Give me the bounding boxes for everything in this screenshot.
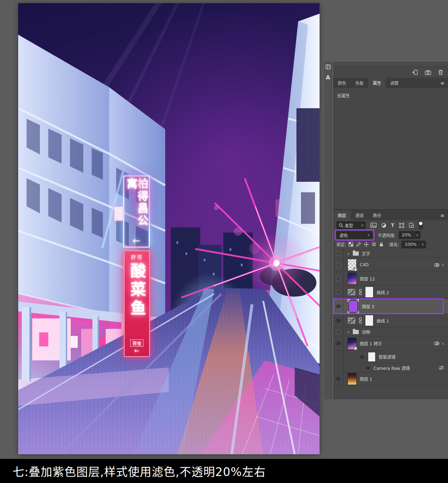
filter-settings-sliders-icon[interactable] xyxy=(439,366,444,370)
tab-layers[interactable]: 图层 xyxy=(333,210,351,220)
lock-transparent-icon[interactable] xyxy=(349,242,353,247)
layer-name: 图层 12 xyxy=(360,276,375,282)
layer-list: › 文字 C4D ∨ xyxy=(333,249,448,398)
filter-kind-label: 类型 xyxy=(345,222,353,228)
chevron-right-icon[interactable]: › xyxy=(348,330,350,334)
eye-icon[interactable] xyxy=(366,366,370,370)
lock-artboard-icon[interactable] xyxy=(372,242,376,247)
opacity-dropdown[interactable]: 20% ∨ xyxy=(399,231,420,239)
lock-position-icon[interactable] xyxy=(364,242,369,247)
layer-row[interactable]: 图层 1 xyxy=(333,373,448,385)
visibility-toggle[interactable] xyxy=(333,258,344,271)
selected-thumbnail-frame[interactable] xyxy=(348,299,359,313)
layer-thumbnail[interactable] xyxy=(348,338,357,350)
tab-paths[interactable]: 路径 xyxy=(368,210,386,220)
layers-panel-group: 图层 通道 路径 ≡ 类型 ∨ T xyxy=(333,210,448,398)
lock-all-icon[interactable] xyxy=(379,242,383,247)
filter-mask-thumbnail[interactable] xyxy=(368,352,376,362)
layer-thumbnail[interactable] xyxy=(348,272,357,284)
layer-row[interactable]: C4D ∨ xyxy=(333,258,448,272)
eye-icon[interactable] xyxy=(335,304,341,308)
visibility-toggle[interactable] xyxy=(333,249,344,258)
type-layer-filter-icon[interactable]: T xyxy=(391,222,394,228)
layer-row[interactable]: 曲线 2 xyxy=(333,285,448,299)
eye-icon[interactable] xyxy=(335,319,341,323)
visibility-toggle[interactable] xyxy=(333,272,344,285)
visibility-checkbox[interactable] xyxy=(336,263,341,267)
visibility-toggle[interactable] xyxy=(333,337,344,350)
fill-dropdown[interactable]: 100% ∨ xyxy=(401,241,426,248)
visibility-checkbox[interactable] xyxy=(336,290,341,295)
chevron-down-icon[interactable]: ∨ xyxy=(442,263,444,267)
visibility-toggle[interactable] xyxy=(333,327,344,336)
visibility-toggle[interactable] xyxy=(333,373,344,385)
smart-object-filter-icon[interactable] xyxy=(409,223,414,228)
pixel-layer-filter-icon[interactable] xyxy=(370,223,377,228)
visibility-checkbox[interactable] xyxy=(336,330,341,334)
snapshot-camera-icon[interactable] xyxy=(425,70,431,75)
advanced-blending-icon xyxy=(434,341,440,346)
eye-icon[interactable] xyxy=(335,377,341,381)
panel-menu-icon[interactable]: ≡ xyxy=(440,213,444,218)
curves-adjustment-icon[interactable] xyxy=(348,289,356,296)
layer-thumbnail[interactable] xyxy=(348,373,357,385)
smart-filter-entry-row[interactable]: Camera Raw 滤镜 xyxy=(333,363,448,373)
collapsed-panel-dock: A xyxy=(324,62,332,399)
filter-kind-dropdown[interactable]: 类型 ∨ xyxy=(336,221,366,229)
shape-layer-filter-icon[interactable] xyxy=(399,223,404,228)
tab-channels[interactable]: 通道 xyxy=(351,210,368,220)
layer-name: 图层 1 xyxy=(360,376,372,382)
mask-link-icon[interactable] xyxy=(359,289,362,295)
blend-mode-dropdown[interactable]: 滤色 ∨ xyxy=(336,231,373,239)
layer-row[interactable]: 图层 1 拷贝 ∧ xyxy=(333,337,448,351)
layer-name: 曲线 2 xyxy=(377,289,389,295)
document-canvas[interactable]: 柏得昌公寓 ← 胖哥 酸菜鱼 宵夜 ← xyxy=(18,3,320,454)
tab-adjustments[interactable]: 调整 xyxy=(386,78,403,88)
lock-pixels-icon[interactable] xyxy=(356,242,361,247)
properties-tab-bar: 颜色 色板 属性 调整 ≡ xyxy=(333,78,448,88)
layer-row[interactable]: 图层 12 xyxy=(333,272,448,285)
visibility-checkbox[interactable] xyxy=(336,251,341,256)
chevron-up-icon[interactable]: ∧ xyxy=(442,342,444,345)
layer-name: 文字 xyxy=(362,250,370,256)
layer-thumbnail[interactable] xyxy=(349,301,358,312)
visibility-checkbox[interactable] xyxy=(336,276,341,281)
red-sign-header-text: 胖哥 xyxy=(131,253,143,261)
layer-mask-thumbnail[interactable] xyxy=(365,287,373,298)
chevron-right-icon[interactable]: › xyxy=(348,251,350,256)
layer-row[interactable]: 曲线 1 xyxy=(333,314,448,327)
layer-row-selected[interactable]: 图层 3 xyxy=(333,299,448,314)
character-panel-icon[interactable]: A xyxy=(324,72,332,83)
layer-row-group[interactable]: › 动物 xyxy=(333,327,448,337)
new-document-from-state-icon[interactable] xyxy=(412,70,418,75)
history-actions-bar xyxy=(333,67,448,78)
visibility-toggle[interactable] xyxy=(333,314,344,327)
curves-adjustment-icon[interactable] xyxy=(348,317,356,324)
layer-name: 图层 1 拷贝 xyxy=(360,340,382,346)
visibility-toggle[interactable] xyxy=(333,299,344,313)
layer-filter-row: 类型 ∨ T xyxy=(333,220,448,230)
smart-filters-row[interactable]: 智能滤镜 xyxy=(333,351,448,363)
trash-icon[interactable] xyxy=(438,70,443,75)
folder-icon xyxy=(353,251,359,256)
panel-menu-icon[interactable]: ≡ xyxy=(440,80,444,86)
layer-row-group[interactable]: › 文字 xyxy=(333,249,448,258)
tab-swatches[interactable]: 色板 xyxy=(351,78,368,88)
panel-dock: 颜色 色板 属性 调整 ≡ 无属性 图层 通道 路径 ≡ 类型 ∨ xyxy=(333,62,448,399)
red-sign-footer-text: 宵夜 xyxy=(130,339,144,347)
collapsed-panel-icon[interactable] xyxy=(324,62,332,72)
chevron-down-icon: ∨ xyxy=(414,232,420,239)
layer-filter-toggle[interactable] xyxy=(419,221,423,229)
visibility-toggle[interactable] xyxy=(333,285,344,299)
eye-icon[interactable] xyxy=(335,341,341,345)
layer-mask-thumbnail[interactable] xyxy=(365,315,373,326)
mask-link-icon[interactable] xyxy=(359,317,362,324)
tab-color[interactable]: 颜色 xyxy=(333,78,351,88)
lock-label: 锁定: xyxy=(336,241,346,247)
caption-text: 七:叠加紫色图层,样式使用滤色,不透明20%左右 xyxy=(0,463,266,479)
chevron-down-icon: ∨ xyxy=(367,233,370,237)
layer-thumbnail[interactable] xyxy=(348,259,357,271)
adjustment-layer-filter-icon[interactable] xyxy=(381,223,386,228)
eye-icon[interactable] xyxy=(359,355,365,359)
tab-properties[interactable]: 属性 xyxy=(368,78,386,88)
